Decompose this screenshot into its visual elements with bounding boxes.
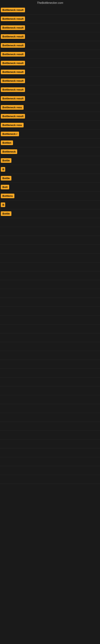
bottleneck-badge[interactable]: Bottleneck result xyxy=(1,25,25,30)
empty-row xyxy=(0,324,100,333)
empty-row xyxy=(0,351,100,360)
table-row: Bottleneck xyxy=(0,147,100,156)
table-row: Bottleneck result xyxy=(0,112,100,121)
table-row: Bottle xyxy=(0,174,100,183)
empty-row xyxy=(0,289,100,298)
table-row: Bottleneck result xyxy=(0,32,100,41)
table-row: Bottleneck result xyxy=(0,14,100,23)
table-row: Bottleneck result xyxy=(0,41,100,50)
table-row: Bottleneck r xyxy=(0,130,100,138)
rows-container: Bottleneck resultBottleneck resultBottle… xyxy=(0,6,100,484)
table-row: Bottle xyxy=(0,156,100,165)
table-row: Bottleneck result xyxy=(0,59,100,68)
empty-row xyxy=(0,475,100,484)
empty-row xyxy=(0,448,100,457)
empty-row xyxy=(0,342,100,351)
bottleneck-badge[interactable]: Bottleneck result xyxy=(1,96,25,101)
bottleneck-badge[interactable]: Bottlen xyxy=(1,140,13,145)
empty-row xyxy=(0,333,100,342)
table-row: Bottleneck resu xyxy=(0,103,100,112)
table-row: Bottleneck result xyxy=(0,50,100,59)
table-row: Bottleneck result xyxy=(0,23,100,32)
empty-row xyxy=(0,378,100,386)
bottleneck-badge[interactable]: Bottleneck result xyxy=(1,34,25,39)
empty-row xyxy=(0,254,100,262)
table-row: Bottleneck result xyxy=(0,6,100,14)
empty-row xyxy=(0,227,100,236)
bottleneck-badge[interactable]: Bottleneck result xyxy=(1,52,25,56)
bottleneck-badge[interactable]: Bottleneck resu xyxy=(1,105,24,110)
table-row: Bottlens xyxy=(0,192,100,200)
empty-row xyxy=(0,404,100,413)
empty-row xyxy=(0,280,100,289)
empty-row xyxy=(0,386,100,395)
empty-row xyxy=(0,307,100,316)
empty-row xyxy=(0,422,100,431)
bottleneck-badge[interactable]: Bottleneck result xyxy=(1,43,25,48)
empty-row xyxy=(0,457,100,466)
bottleneck-badge[interactable]: Bottleneck result xyxy=(1,61,25,66)
bottleneck-badge[interactable]: Bottle xyxy=(1,211,11,216)
empty-row xyxy=(0,218,100,227)
bottleneck-badge[interactable]: Bottleneck resu xyxy=(1,123,24,128)
empty-row xyxy=(0,466,100,475)
table-row: Bottleneck result xyxy=(0,94,100,103)
bottleneck-badge[interactable]: Bottleneck result xyxy=(1,8,25,12)
empty-row xyxy=(0,431,100,440)
bottleneck-badge[interactable]: Bottle xyxy=(1,176,11,180)
table-row: B xyxy=(0,200,100,209)
bottleneck-badge[interactable]: B xyxy=(1,202,5,207)
table-row: Bottleneck result xyxy=(0,85,100,94)
empty-row xyxy=(0,236,100,245)
bottleneck-badge[interactable]: Bottleneck result xyxy=(1,87,25,92)
empty-row xyxy=(0,360,100,369)
bottleneck-badge[interactable]: B xyxy=(1,167,5,172)
bottleneck-badge[interactable]: Bott xyxy=(1,185,9,190)
bottleneck-badge[interactable]: Bottleneck result xyxy=(1,70,25,74)
empty-row xyxy=(0,413,100,422)
table-row: Bottlen xyxy=(0,138,100,147)
empty-row xyxy=(0,316,100,324)
table-row: Bottleneck resu xyxy=(0,121,100,130)
empty-row xyxy=(0,262,100,271)
table-row: B xyxy=(0,165,100,174)
bottleneck-badge[interactable]: Bottleneck xyxy=(1,149,17,154)
empty-row xyxy=(0,271,100,280)
empty-row xyxy=(0,395,100,404)
bottleneck-badge[interactable]: Bottle xyxy=(1,158,11,163)
bottleneck-badge[interactable]: Bottlens xyxy=(1,194,14,198)
bottleneck-badge[interactable]: Bottleneck result xyxy=(1,16,25,21)
empty-row xyxy=(0,298,100,307)
bottleneck-badge[interactable]: Bottleneck result xyxy=(1,114,25,118)
table-row: Bottleneck result xyxy=(0,76,100,85)
table-row: Bottleneck result xyxy=(0,68,100,76)
table-row: Bottle xyxy=(0,209,100,218)
bottleneck-badge[interactable]: Bottleneck result xyxy=(1,78,25,83)
site-title: TheBottlenecker.com xyxy=(0,0,100,6)
empty-row xyxy=(0,440,100,448)
empty-row xyxy=(0,245,100,254)
bottleneck-badge[interactable]: Bottleneck r xyxy=(1,132,19,136)
table-row: Bott xyxy=(0,183,100,192)
empty-row xyxy=(0,369,100,378)
